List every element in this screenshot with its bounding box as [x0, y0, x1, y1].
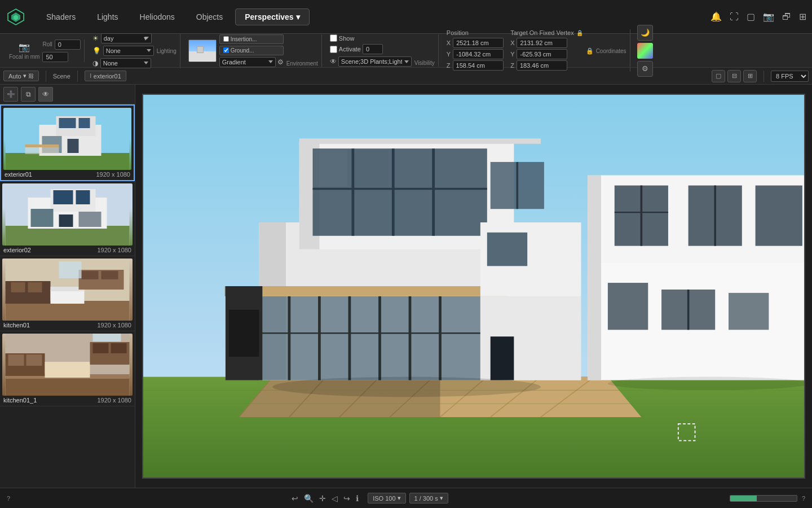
- focal-label: Focal in mm: [9, 54, 39, 60]
- activate-input[interactable]: [363, 44, 383, 54]
- status-right: ?: [730, 495, 805, 502]
- add-perspective-btn[interactable]: ➕: [3, 87, 18, 102]
- focal-input[interactable]: [42, 52, 68, 62]
- svg-rect-27: [51, 290, 85, 304]
- pos-z-input[interactable]: [453, 60, 504, 71]
- gradient-settings-icon[interactable]: ⚙: [277, 58, 284, 66]
- sun-select[interactable]: None Sun1: [103, 46, 154, 56]
- svg-rect-69: [299, 138, 541, 144]
- shutter-btn[interactable]: 1 / 300 s ▾: [409, 493, 448, 503]
- grid-icon[interactable]: ⊞: [799, 11, 806, 22]
- lock-icon: 🔒: [586, 47, 594, 55]
- resize-icon[interactable]: ⛶: [730, 12, 739, 22]
- time-select[interactable]: day night dusk: [101, 33, 152, 43]
- iso-btn[interactable]: ISO 100 ▾: [368, 493, 405, 503]
- app-logo: [6, 7, 26, 27]
- perspective-item-kitchen01[interactable]: kitchen01 1920 x 1080: [0, 256, 135, 331]
- pos-x-row: X: [447, 38, 504, 48]
- question-icon[interactable]: ?: [7, 495, 10, 502]
- svg-point-101: [608, 377, 804, 391]
- perspective-name-button[interactable]: ⁞ exterior01: [85, 71, 126, 81]
- single-view-btn[interactable]: ▢: [712, 70, 725, 82]
- sec-toolbar-right: ▢ ⊟ ⊞ 8 FPS 15 FPS 24 FPS 30 FPS: [712, 70, 809, 82]
- fps-select[interactable]: 8 FPS 15 FPS 24 FPS 30 FPS: [771, 71, 809, 82]
- perspective-info-exterior01: exterior01 1920 x 1080: [3, 170, 131, 178]
- nav-shaders[interactable]: Shaders: [37, 9, 85, 25]
- separator-3: [764, 71, 764, 82]
- scene-visibility-select[interactable]: Scene;3D Plants;Light... Scene All: [338, 56, 412, 67]
- notification-icon[interactable]: 🔔: [710, 11, 722, 22]
- color-wheel-btn[interactable]: [637, 43, 653, 59]
- undo-icon[interactable]: ↩: [292, 494, 298, 503]
- main-viewport[interactable]: [135, 85, 812, 488]
- ground-button[interactable]: Ground...: [219, 46, 284, 55]
- sun-icon: ☀: [92, 34, 99, 42]
- eye-icon: 👁: [330, 58, 337, 65]
- svg-rect-44: [93, 334, 121, 341]
- svg-rect-87: [588, 176, 601, 380]
- gradient-select[interactable]: Gradient Solid HDRI: [219, 57, 276, 67]
- nav-objects[interactable]: Objects: [187, 9, 232, 25]
- thumb-svg-exterior02: [2, 183, 133, 246]
- redo-icon[interactable]: ↪: [343, 494, 350, 503]
- pos-y-row: Y: [447, 49, 504, 59]
- light-bulb-icon: 💡: [92, 47, 101, 55]
- help-icon[interactable]: ?: [802, 495, 805, 502]
- quad-view-btn[interactable]: ⊞: [743, 70, 757, 82]
- render-progress-bar: [730, 495, 797, 502]
- tgt-z-input[interactable]: [517, 60, 567, 71]
- svg-rect-39: [27, 354, 42, 366]
- thumb-svg-kitchen01_1: [2, 334, 133, 396]
- split-view-btn[interactable]: ⊟: [727, 70, 741, 82]
- insertion-button[interactable]: Insertion...: [219, 34, 284, 44]
- svg-rect-25: [11, 282, 25, 292]
- nav-lights[interactable]: Lights: [88, 9, 127, 25]
- show-checkbox[interactable]: [330, 34, 337, 42]
- activate-checkbox-label: Activate: [330, 44, 412, 54]
- thumb-svg-kitchen01: [2, 259, 133, 321]
- target-label: Target On Fixed Vertex: [510, 29, 574, 36]
- visibility-toggle-btn[interactable]: 👁: [38, 87, 53, 102]
- perspective-info-kitchen01_1: kitchen01_1 1920 x 1080: [2, 396, 133, 404]
- nav-heliodons[interactable]: Heliodons: [131, 9, 184, 25]
- settings-btn[interactable]: ⚙: [637, 61, 653, 77]
- pos-x-input[interactable]: [453, 38, 504, 48]
- perspective-res-exterior01: 1920 x 1080: [96, 171, 130, 178]
- perspective-item-exterior01[interactable]: exterior01 1920 x 1080: [0, 104, 135, 181]
- duplicate-perspective-btn[interactable]: ⧉: [21, 87, 36, 102]
- window-icon[interactable]: ▢: [747, 11, 755, 22]
- roll-label: Roll: [42, 41, 52, 47]
- lighting-label: Lighting: [157, 48, 176, 54]
- back-icon[interactable]: ◁: [332, 494, 338, 503]
- separator-1: [46, 71, 46, 82]
- perspective-arrow-left: ⁞: [90, 72, 92, 80]
- activate-checkbox[interactable]: [330, 46, 337, 53]
- perspective-item-kitchen01_1[interactable]: kitchen01_1 1920 x 1080: [0, 331, 135, 406]
- perspective-info-kitchen01: kitchen01 1920 x 1080: [2, 321, 133, 329]
- sidebar-toolbar: ➕ ⧉ 👁: [0, 85, 135, 104]
- moon-icon-btn[interactable]: 🌙: [637, 25, 653, 41]
- svg-rect-26: [28, 282, 42, 292]
- coordinates-label: Coordinates: [596, 48, 626, 54]
- insertion-checkbox[interactable]: [223, 36, 229, 42]
- svg-rect-11: [25, 144, 59, 147]
- auto-button[interactable]: Auto ▾ ⛓: [3, 71, 39, 81]
- move-icon[interactable]: ✛: [319, 494, 326, 503]
- thumb-svg-exterior01: [3, 108, 131, 170]
- target-lock-icon[interactable]: 🔒: [576, 30, 583, 36]
- pos-y-input[interactable]: [453, 49, 504, 59]
- roll-input[interactable]: [55, 40, 81, 50]
- perspective-item-exterior02[interactable]: exterior02 1920 x 1080: [0, 181, 135, 256]
- tgt-y-input[interactable]: [517, 49, 567, 59]
- camera-icon[interactable]: 📷: [763, 11, 774, 22]
- ground-checkbox[interactable]: [223, 47, 229, 53]
- tgt-x-row: X: [510, 38, 583, 48]
- svg-rect-20: [59, 214, 73, 227]
- tgt-x-input[interactable]: [517, 38, 567, 48]
- zoom-icon[interactable]: 🔍: [304, 494, 314, 503]
- info-icon[interactable]: ℹ: [356, 494, 359, 503]
- shadow-select[interactable]: None Shadow1: [100, 58, 151, 68]
- layers-icon[interactable]: 🗗: [782, 12, 791, 22]
- svg-rect-31: [102, 271, 118, 279]
- nav-perspectives[interactable]: Perspectives ▾: [235, 8, 309, 25]
